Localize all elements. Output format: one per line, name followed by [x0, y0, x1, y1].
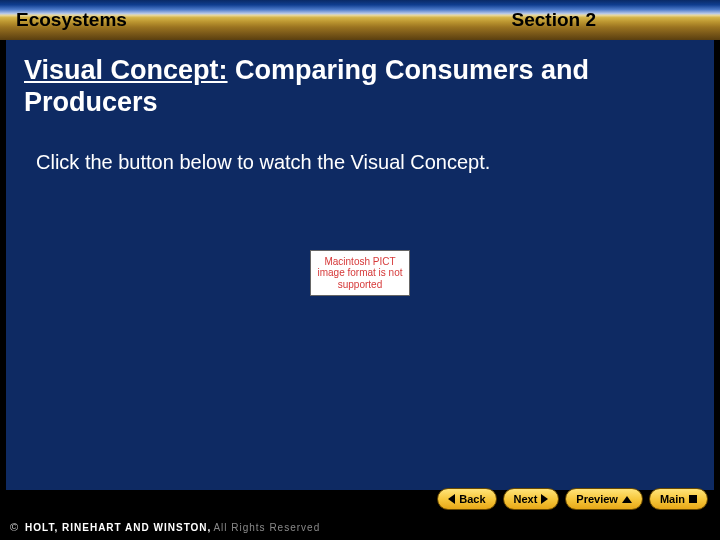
- arrow-up-icon: [622, 496, 632, 503]
- footer-rights: All Rights Reserved: [213, 522, 320, 533]
- arrow-right-icon: [541, 494, 548, 504]
- slide-instruction: Click the button below to watch the Visu…: [6, 125, 714, 174]
- chapter-title: Ecosystems: [16, 9, 127, 31]
- next-button[interactable]: Next: [503, 488, 560, 510]
- header-banner: Ecosystems Section 2: [0, 0, 720, 40]
- banner-text-row: Ecosystems Section 2: [0, 9, 720, 31]
- back-label: Back: [459, 493, 485, 505]
- back-button[interactable]: Back: [437, 488, 496, 510]
- arrow-left-icon: [448, 494, 455, 504]
- visual-concept-button[interactable]: Macintosh PICT image format is not suppo…: [310, 250, 410, 296]
- footer-brand: HOLT, RINEHART AND WINSTON,: [25, 522, 211, 533]
- preview-button[interactable]: Preview: [565, 488, 643, 510]
- next-label: Next: [514, 493, 538, 505]
- square-icon: [689, 495, 697, 503]
- copyright-symbol: ©: [10, 521, 19, 533]
- nav-bar: Back Next Preview Main: [437, 488, 708, 510]
- slide-title: Visual Concept: Comparing Consumers and …: [6, 40, 714, 125]
- slide-body: Visual Concept: Comparing Consumers and …: [6, 40, 714, 490]
- main-button[interactable]: Main: [649, 488, 708, 510]
- main-label: Main: [660, 493, 685, 505]
- slide-title-prefix: Visual Concept:: [24, 55, 228, 85]
- section-label: Section 2: [512, 9, 596, 31]
- footer: © HOLT, RINEHART AND WINSTON, All Rights…: [0, 514, 720, 540]
- preview-label: Preview: [576, 493, 618, 505]
- placeholder-text: Macintosh PICT image format is not suppo…: [313, 256, 407, 291]
